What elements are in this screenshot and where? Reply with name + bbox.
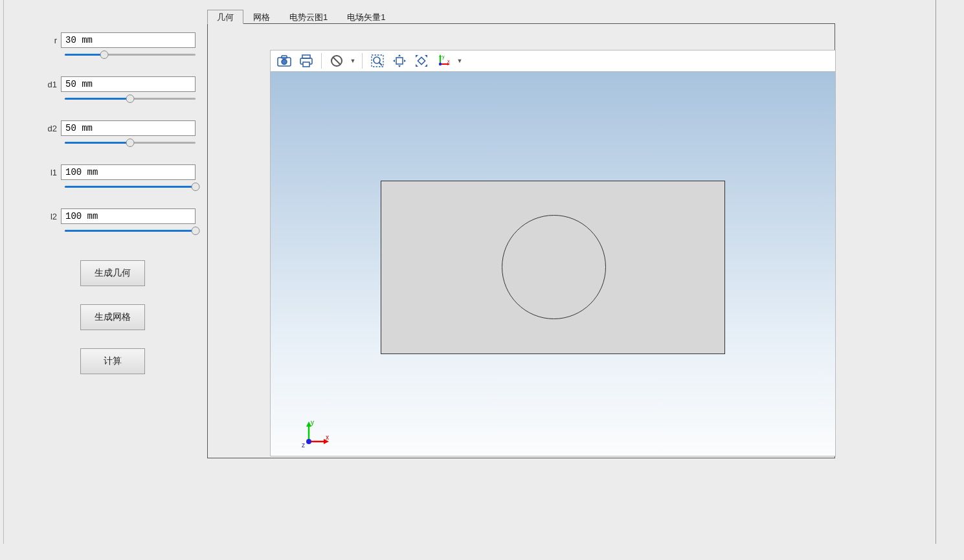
svg-rect-12 [418, 57, 425, 64]
svg-line-10 [379, 63, 383, 66]
camera-icon[interactable] [275, 52, 294, 70]
param-label-l1: l1 [16, 168, 61, 177]
forbid-dropdown[interactable]: ▼ [349, 58, 357, 64]
param-label-l2: l2 [16, 212, 61, 221]
zoom-box-icon[interactable] [368, 52, 387, 70]
param-label-d2: d2 [16, 124, 61, 133]
param-slider-l1[interactable] [65, 183, 196, 192]
param-input-l2[interactable] [61, 208, 196, 224]
svg-rect-1 [282, 56, 287, 58]
geometry-circle [502, 215, 606, 319]
content-area: 几何 网格 电势云图1 电场矢量1 [207, 9, 835, 462]
axes-dropdown[interactable]: ▼ [456, 58, 464, 64]
svg-rect-5 [303, 62, 309, 67]
param-slider-d1[interactable] [65, 95, 196, 104]
param-slider-d2[interactable] [65, 139, 196, 148]
compute-button[interactable]: 计算 [80, 348, 145, 374]
svg-rect-11 [396, 58, 403, 64]
param-label-r: r [16, 36, 61, 45]
svg-line-7 [333, 58, 341, 65]
param-label-d1: d1 [16, 80, 61, 89]
tab-mesh[interactable]: 网格 [243, 10, 280, 24]
svg-text:x: x [326, 434, 329, 441]
param-input-d1[interactable] [61, 76, 196, 92]
viewport-toolbar: ▼ [270, 50, 836, 72]
pan-icon[interactable] [390, 52, 409, 70]
tab-field-vector[interactable]: 电场矢量1 [337, 10, 395, 24]
tabs: 几何 网格 电势云图1 电场矢量1 [207, 9, 835, 23]
tab-potential[interactable]: 电势云图1 [280, 10, 337, 24]
param-slider-r[interactable] [65, 50, 196, 60]
svg-text:z: z [302, 442, 305, 449]
sidebar: r d1 d2 l1 [4, 0, 207, 544]
param-input-d2[interactable] [61, 120, 196, 136]
svg-point-22 [306, 439, 311, 444]
param-slider-l2[interactable] [65, 227, 196, 236]
generate-geometry-button[interactable]: 生成几何 [80, 260, 145, 286]
param-input-l1[interactable] [61, 164, 196, 180]
print-icon[interactable] [297, 52, 316, 70]
svg-text:x: x [447, 59, 450, 63]
viewport[interactable]: y x z [270, 72, 836, 456]
tab-geometry[interactable]: 几何 [207, 10, 243, 24]
param-input-r[interactable] [61, 32, 196, 48]
svg-text:y: y [311, 419, 314, 426]
svg-text:y: y [442, 54, 445, 60]
svg-point-2 [282, 60, 287, 65]
axis-triad: y x z [300, 418, 332, 451]
canvas-panel: ▼ [207, 23, 835, 458]
zoom-extents-icon[interactable] [412, 52, 431, 70]
svg-point-15 [439, 63, 442, 65]
forbid-icon[interactable] [327, 52, 346, 70]
axes-icon[interactable]: y x [434, 52, 453, 70]
generate-mesh-button[interactable]: 生成网格 [80, 304, 145, 330]
